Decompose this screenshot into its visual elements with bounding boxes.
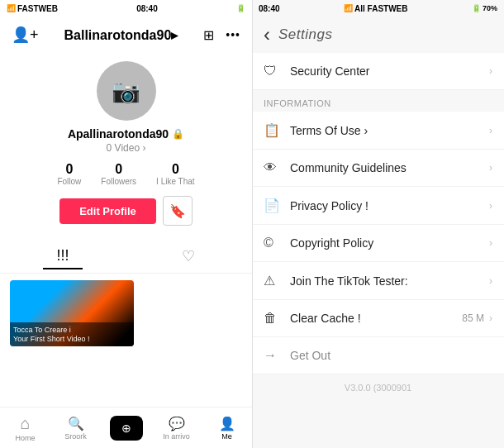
more-icon[interactable]: ••• bbox=[226, 28, 240, 41]
privacy-policy-item[interactable]: 📄 Privacy Policy ! › bbox=[252, 187, 504, 225]
right-panel: ‹ Settings 🛡 Security Center › INFORMATI… bbox=[252, 0, 504, 448]
community-icon: 👁 bbox=[264, 160, 283, 175]
privacy-icon: 📄 bbox=[264, 198, 283, 213]
camera-btn-icon: ⊕ bbox=[121, 422, 131, 435]
cache-label: Clear Cache ! bbox=[290, 312, 462, 325]
logout-icon: → bbox=[264, 348, 283, 363]
nav-camera[interactable]: ⊕ bbox=[108, 416, 145, 441]
community-label: Community Guidelines bbox=[290, 161, 489, 174]
followers-label: Followers bbox=[101, 177, 136, 186]
settings-content: 🛡 Security Center › INFORMATION 📋 Terms … bbox=[252, 53, 504, 448]
status-bar-left: 📶 FASTWEB 08:40 🔋 bbox=[0, 0, 252, 17]
profile-buttons: Edit Profile 🔖 bbox=[59, 196, 193, 226]
stats-row: 0 Follow 0 Followers 0 I Like That bbox=[57, 162, 194, 186]
nav-inbox[interactable]: 💬 In arrivo bbox=[159, 416, 195, 441]
clear-cache-item[interactable]: 🗑 Clear Cache ! 85 M › bbox=[252, 300, 504, 337]
tester-icon: ⚠ bbox=[264, 273, 283, 288]
lock-icon: 🔒 bbox=[172, 128, 184, 140]
content-area: Tocca To Creare i Your First Short Video… bbox=[0, 274, 252, 407]
likes-label: I Like That bbox=[156, 177, 195, 186]
copyright-chevron-icon: › bbox=[489, 237, 492, 249]
video-overlay-line2: Your First Short Video ! bbox=[13, 335, 131, 345]
bookmark-icon: 🔖 bbox=[169, 203, 186, 219]
security-center-item[interactable]: 🛡 Security Center › bbox=[252, 53, 504, 90]
back-button[interactable]: ‹ bbox=[264, 23, 270, 46]
camera-icon: 📷 bbox=[112, 78, 140, 105]
video-card[interactable]: Tocca To Creare i Your First Short Video… bbox=[10, 280, 134, 346]
information-section-header: INFORMATION bbox=[252, 90, 504, 112]
search-label: Sroork bbox=[64, 432, 87, 441]
video-overlay: Tocca To Creare i Your First Short Video… bbox=[10, 322, 134, 346]
video-count[interactable]: 0 Video › bbox=[107, 142, 146, 154]
avatar: 📷 bbox=[97, 61, 156, 121]
security-chevron-icon: › bbox=[489, 65, 492, 77]
logout-label: Get Out bbox=[290, 349, 492, 362]
tiktok-tester-item[interactable]: ⚠ Join The TikTok Tester: › bbox=[252, 262, 504, 300]
left-panel: 👤+ Ballinarotonda90▸ ⊞ ••• 📷 Apallinarot… bbox=[0, 0, 252, 448]
tab-posts[interactable]: !!! bbox=[43, 244, 82, 269]
followers-count: 0 bbox=[115, 162, 122, 177]
community-chevron-icon: › bbox=[489, 162, 492, 174]
follow-count: 0 bbox=[65, 162, 73, 177]
right-nav: ‹ Settings bbox=[252, 17, 504, 53]
grid-icon[interactable]: ⊞ bbox=[203, 27, 214, 43]
nav-me[interactable]: 👤 Me bbox=[209, 416, 245, 441]
logout-item[interactable]: → Get Out bbox=[252, 337, 504, 374]
me-icon: 👤 bbox=[219, 416, 235, 431]
cache-value: 85 M bbox=[462, 312, 484, 324]
terms-chevron-icon: › bbox=[489, 125, 492, 136]
profile-nav-title: Ballinarotonda90▸ bbox=[64, 27, 178, 43]
copyright-icon: © bbox=[264, 236, 283, 250]
inbox-label: In arrivo bbox=[163, 432, 190, 441]
carrier-right: 📶 All FASTWEB bbox=[344, 4, 407, 13]
stat-followers: 0 Followers bbox=[101, 162, 136, 186]
nav-search[interactable]: 🔍 Sroork bbox=[58, 416, 94, 441]
settings-title: Settings bbox=[278, 26, 332, 43]
terms-icon: 📋 bbox=[264, 122, 283, 138]
tab-liked[interactable]: ♡ bbox=[169, 244, 208, 269]
stat-follow: 0 Follow bbox=[57, 162, 81, 186]
security-center-label: Security Center bbox=[290, 64, 489, 78]
community-guidelines-item[interactable]: 👁 Community Guidelines › bbox=[252, 150, 504, 187]
profile-tabs: !!! ♡ bbox=[0, 241, 252, 274]
privacy-label: Privacy Policy ! bbox=[290, 199, 489, 212]
profile-section: 📷 Apallinarotonda90 🔒 0 Video › 0 Follow… bbox=[0, 53, 252, 241]
video-overlay-line1: Tocca To Creare i bbox=[13, 326, 131, 336]
nav-icons: ⊞ ••• bbox=[203, 27, 240, 43]
battery-left: 🔋 bbox=[236, 4, 245, 12]
bottom-nav: ⌂ Home 🔍 Sroork ⊕ 💬 In arrivo 👤 Me bbox=[0, 407, 252, 448]
username-row: Apallinarotonda90 🔒 bbox=[68, 127, 184, 141]
battery-right: 🔋 70% bbox=[472, 4, 497, 12]
status-bar-right: 08:40 📶 All FASTWEB 🔋 70% bbox=[252, 0, 504, 17]
panel-divider bbox=[252, 0, 253, 448]
tester-label: Join The TikTok Tester: bbox=[290, 274, 489, 288]
copyright-policy-item[interactable]: © Copyright Policy › bbox=[252, 225, 504, 262]
follow-label: Follow bbox=[57, 177, 81, 186]
copyright-label: Copyright Policy bbox=[290, 236, 489, 250]
edit-profile-button[interactable]: Edit Profile bbox=[59, 198, 156, 224]
shield-icon: 🛡 bbox=[264, 64, 283, 79]
left-nav: 👤+ Ballinarotonda90▸ ⊞ ••• bbox=[0, 17, 252, 53]
home-icon: ⌂ bbox=[20, 414, 30, 433]
camera-record-button[interactable]: ⊕ bbox=[110, 416, 143, 441]
stat-likes: 0 I Like That bbox=[156, 162, 195, 186]
terms-label: Terms Of Use › bbox=[290, 124, 489, 137]
cache-icon: 🗑 bbox=[264, 311, 283, 326]
bookmark-button[interactable]: 🔖 bbox=[163, 196, 193, 226]
version-text: V3.0.0 (3000901 bbox=[252, 374, 504, 401]
carrier-left: 📶 FASTWEB bbox=[7, 4, 58, 13]
likes-count: 0 bbox=[172, 162, 179, 177]
cache-chevron-icon: › bbox=[489, 312, 492, 324]
terms-of-use-item[interactable]: 📋 Terms Of Use › › bbox=[252, 112, 504, 150]
me-label: Me bbox=[221, 432, 232, 441]
search-icon: 🔍 bbox=[68, 416, 84, 431]
time-right: 08:40 bbox=[259, 4, 280, 13]
add-user-icon[interactable]: 👤+ bbox=[12, 26, 39, 44]
inbox-icon: 💬 bbox=[169, 416, 185, 431]
username: Apallinarotonda90 bbox=[68, 127, 169, 141]
nav-home[interactable]: ⌂ Home bbox=[7, 414, 44, 442]
privacy-chevron-icon: › bbox=[489, 200, 492, 212]
time-left: 08:40 bbox=[136, 4, 158, 13]
tester-chevron-icon: › bbox=[489, 275, 492, 287]
home-label: Home bbox=[15, 434, 35, 442]
